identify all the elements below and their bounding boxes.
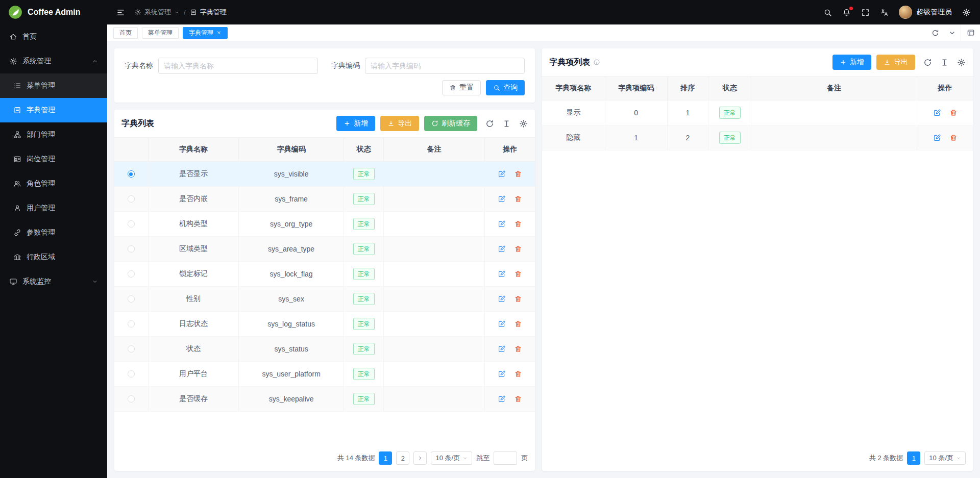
sidebar-item-role-mgmt[interactable]: 角色管理 [0, 171, 107, 196]
table-row[interactable]: 机构类型 sys_org_type 正常 [114, 212, 535, 237]
table-row[interactable]: 显示 0 1 正常 [542, 100, 973, 125]
page-size-select[interactable]: 10 条/页 [431, 451, 472, 465]
page-size-select[interactable]: 10 条/页 [924, 451, 966, 465]
add-button[interactable]: 新增 [336, 116, 375, 131]
status-badge: 正常 [353, 318, 375, 330]
user-menu[interactable]: 超级管理员 [899, 6, 952, 19]
row-radio[interactable] [128, 295, 135, 303]
edit-icon[interactable] [933, 109, 941, 117]
density-icon[interactable] [940, 58, 949, 67]
tab-home[interactable]: 首页 [113, 27, 138, 39]
page-button-2[interactable]: 2 [396, 451, 409, 465]
sidebar-item-menu-mgmt[interactable]: 菜单管理 [0, 73, 107, 98]
refresh-icon[interactable] [485, 119, 494, 128]
delete-icon[interactable] [949, 134, 958, 142]
sidebar-item-dict-mgmt[interactable]: 字典管理 [0, 98, 107, 122]
delete-icon[interactable] [514, 395, 522, 403]
refresh-cache-button[interactable]: 刷新缓存 [424, 116, 477, 131]
settings-gear-icon[interactable] [962, 8, 971, 17]
table-settings-gear-icon[interactable] [957, 58, 966, 67]
breadcrumb-item-dict[interactable]: 字典管理 [190, 8, 227, 17]
page-button-1[interactable]: 1 [907, 451, 920, 465]
sidebar-item-post-mgmt[interactable]: 岗位管理 [0, 147, 107, 171]
table-row[interactable]: 是否缓存 sys_keepalive 正常 [114, 387, 535, 412]
next-page-button[interactable] [413, 451, 427, 465]
translate-icon[interactable] [880, 8, 889, 17]
export-button[interactable]: 导出 [380, 116, 419, 131]
table-body: 是否显示 sys_visible 正常 [114, 162, 535, 412]
chevron-down-icon[interactable] [944, 29, 961, 37]
edit-icon[interactable] [933, 134, 941, 142]
delete-icon[interactable] [514, 195, 522, 203]
sidebar-item-dept-mgmt[interactable]: 部门管理 [0, 122, 107, 147]
delete-icon[interactable] [514, 345, 522, 353]
sidebar-item-region[interactable]: 行政区域 [0, 245, 107, 269]
table-row[interactable]: 日志状态 sys_log_status 正常 [114, 312, 535, 337]
table-row[interactable]: 用户平台 sys_user_platform 正常 [114, 362, 535, 387]
edit-icon[interactable] [498, 370, 506, 378]
dict-items-actions: 新增 导出 [832, 55, 966, 70]
fullscreen-icon[interactable] [861, 8, 870, 17]
refresh-icon[interactable] [923, 58, 932, 67]
add-button[interactable]: 新增 [832, 55, 871, 70]
page-button-1[interactable]: 1 [379, 451, 392, 465]
edit-icon[interactable] [498, 345, 506, 353]
jump-page-input[interactable] [494, 451, 517, 465]
table-row[interactable]: 是否内嵌 sys_frame 正常 [114, 187, 535, 212]
delete-icon[interactable] [514, 170, 522, 178]
refresh-icon[interactable] [927, 29, 944, 37]
edit-icon[interactable] [498, 295, 506, 303]
sidebar-group-monitor[interactable]: 系统监控 [0, 269, 107, 294]
sidebar-item-param-mgmt[interactable]: 参数管理 [0, 220, 107, 245]
sidebar-item-user-mgmt[interactable]: 用户管理 [0, 196, 107, 220]
delete-icon[interactable] [949, 109, 958, 117]
table-settings-gear-icon[interactable] [519, 119, 528, 128]
table-row[interactable]: 隐藏 1 2 正常 [542, 125, 973, 150]
row-radio[interactable] [128, 320, 135, 328]
reset-button[interactable]: 重置 [442, 80, 481, 95]
edit-icon[interactable] [498, 220, 506, 228]
row-radio[interactable] [128, 345, 135, 353]
table-row[interactable]: 性别 sys_sex 正常 [114, 287, 535, 312]
dict-code-input[interactable] [365, 58, 525, 74]
delete-icon[interactable] [514, 370, 522, 378]
row-radio[interactable] [128, 395, 135, 402]
edit-icon[interactable] [498, 170, 506, 178]
edit-icon[interactable] [498, 395, 506, 403]
delete-icon[interactable] [514, 295, 522, 303]
edit-icon[interactable] [498, 195, 506, 203]
delete-icon[interactable] [514, 220, 522, 228]
sidebar-item-home[interactable]: 首页 [0, 24, 107, 49]
density-icon[interactable] [502, 119, 511, 128]
edit-icon[interactable] [498, 320, 506, 328]
edit-icon[interactable] [498, 270, 506, 278]
delete-icon[interactable] [514, 320, 522, 328]
row-radio[interactable] [128, 245, 135, 253]
search-icon[interactable] [823, 8, 832, 17]
layout-icon[interactable] [961, 24, 980, 41]
row-radio[interactable] [128, 370, 135, 378]
row-radio[interactable] [128, 270, 135, 278]
menu-fold-icon[interactable] [116, 8, 125, 17]
sidebar-group-system[interactable]: 系统管理 [0, 49, 107, 73]
table-row[interactable]: 状态 sys_status 正常 [114, 337, 535, 362]
query-button[interactable]: 查询 [486, 80, 525, 95]
tab-menu-mgmt[interactable]: 菜单管理 [142, 27, 179, 39]
delete-icon[interactable] [514, 270, 522, 278]
edit-icon[interactable] [498, 245, 506, 253]
tab-dict-mgmt[interactable]: 字典管理 [183, 27, 228, 39]
logo[interactable]: Coffee Admin [0, 0, 107, 24]
row-radio[interactable] [128, 170, 135, 178]
bell-icon[interactable] [842, 8, 851, 17]
table-row[interactable]: 区域类型 sys_area_type 正常 [114, 237, 535, 262]
row-radio[interactable] [128, 195, 135, 203]
delete-icon[interactable] [514, 245, 522, 253]
dict-name-input[interactable] [158, 58, 318, 74]
table-row[interactable]: 锁定标记 sys_lock_flag 正常 [114, 262, 535, 287]
info-icon[interactable] [593, 59, 600, 66]
table-row[interactable]: 是否显示 sys_visible 正常 [114, 162, 535, 187]
close-icon[interactable] [216, 30, 222, 35]
breadcrumb-item-system[interactable]: 系统管理 [134, 8, 180, 17]
export-button[interactable]: 导出 [876, 55, 915, 70]
row-radio[interactable] [128, 220, 135, 228]
